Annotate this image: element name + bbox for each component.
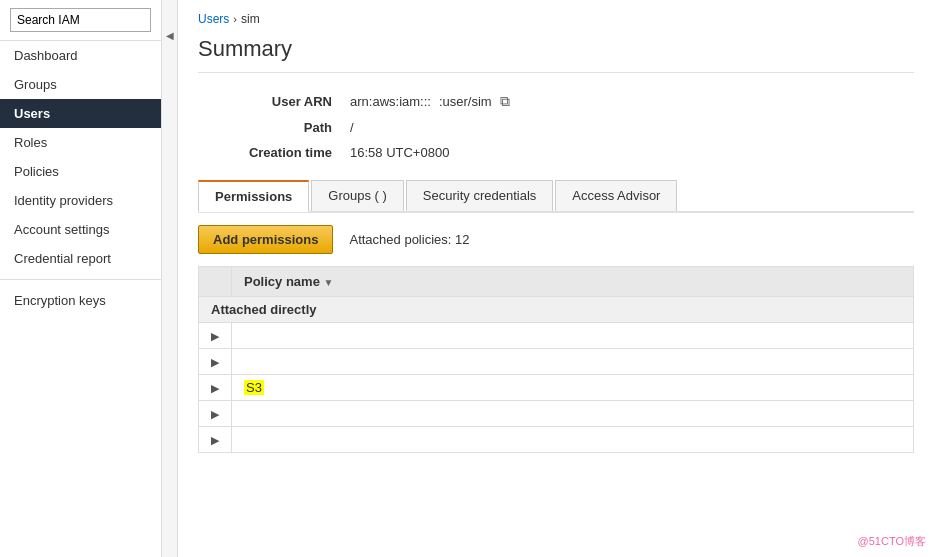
policy-name-cell: S3 (232, 375, 914, 401)
tab-permissions[interactable]: Permissions (198, 180, 309, 212)
row-expand-chevron[interactable]: ▶ (211, 434, 219, 446)
sidebar-item-users[interactable]: Users (0, 99, 161, 128)
search-box: IAM (0, 0, 161, 41)
nav-divider (0, 279, 161, 280)
page-title: Summary (198, 36, 914, 73)
summary-table: User ARN arn:aws:iam::: :user/sim ⧉ Path… (198, 87, 914, 166)
user-arn-value: arn:aws:iam::: :user/sim ⧉ (342, 89, 912, 114)
tabs-bar: Permissions Groups ( ) Security credenti… (198, 180, 914, 213)
main-content: Users › sim Summary User ARN arn:aws:iam… (178, 0, 934, 557)
breadcrumb-parent[interactable]: Users (198, 12, 229, 26)
table-row: ▶ (199, 323, 914, 349)
path-label: Path (200, 116, 340, 139)
table-row: ▶ (199, 349, 914, 375)
path-value: / (342, 116, 912, 139)
policy-name-cell (232, 323, 914, 349)
table-row: ▶ (199, 427, 914, 453)
table-row: ▶ S3 (199, 375, 914, 401)
creation-time-label: Creation time (200, 141, 340, 164)
policy-name-header[interactable]: Policy name ▼ (232, 267, 914, 297)
row-expand-chevron[interactable]: ▶ (211, 356, 219, 368)
policy-name-cell (232, 349, 914, 375)
watermark: @51CTO博客 (858, 534, 926, 549)
row-expand-chevron[interactable]: ▶ (211, 330, 219, 342)
sidebar: IAM Dashboard Groups Users Roles Policie… (0, 0, 162, 557)
chevron-left-icon: ◀ (166, 30, 174, 41)
nav-items: Dashboard Groups Users Roles Policies Id… (0, 41, 161, 315)
breadcrumb-separator: › (233, 13, 237, 25)
user-arn-label: User ARN (200, 89, 340, 114)
copy-arn-button[interactable]: ⧉ (500, 93, 510, 110)
policy-table: Policy name ▼ Attached directly ▶ ▶ ▶ (198, 266, 914, 453)
sidebar-item-identity-providers[interactable]: Identity providers (0, 186, 161, 215)
sidebar-item-encryption-keys[interactable]: Encryption keys (0, 286, 161, 315)
table-row: ▶ (199, 401, 914, 427)
sidebar-item-dashboard[interactable]: Dashboard (0, 41, 161, 70)
tab-security-credentials[interactable]: Security credentials (406, 180, 553, 211)
row-expand-chevron[interactable]: ▶ (211, 408, 219, 420)
sidebar-collapse-toggle[interactable]: ◀ (162, 0, 178, 557)
section-row-attached: Attached directly (199, 297, 914, 323)
row-expand-chevron[interactable]: ▶ (211, 382, 219, 394)
sidebar-item-account-settings[interactable]: Account settings (0, 215, 161, 244)
tab-groups[interactable]: Groups ( ) (311, 180, 404, 211)
permissions-header: Add permissions Attached policies: 12 (198, 225, 914, 254)
sidebar-item-groups[interactable]: Groups (0, 70, 161, 99)
breadcrumb-current: sim (241, 12, 260, 26)
tab-access-advisor[interactable]: Access Advisor (555, 180, 677, 211)
highlight-s3: S3 (244, 380, 264, 395)
checkbox-header (199, 267, 232, 297)
creation-time-value: 16:58 UTC+0800 (342, 141, 912, 164)
attached-policies-count: Attached policies: 12 (349, 232, 469, 247)
breadcrumb: Users › sim (198, 12, 914, 26)
sidebar-item-roles[interactable]: Roles (0, 128, 161, 157)
policy-name-cell (232, 427, 914, 453)
sidebar-item-policies[interactable]: Policies (0, 157, 161, 186)
sort-icon: ▼ (324, 277, 334, 288)
search-input[interactable]: IAM (10, 8, 151, 32)
add-permissions-button[interactable]: Add permissions (198, 225, 333, 254)
policy-name-cell (232, 401, 914, 427)
sidebar-item-credential-report[interactable]: Credential report (0, 244, 161, 273)
